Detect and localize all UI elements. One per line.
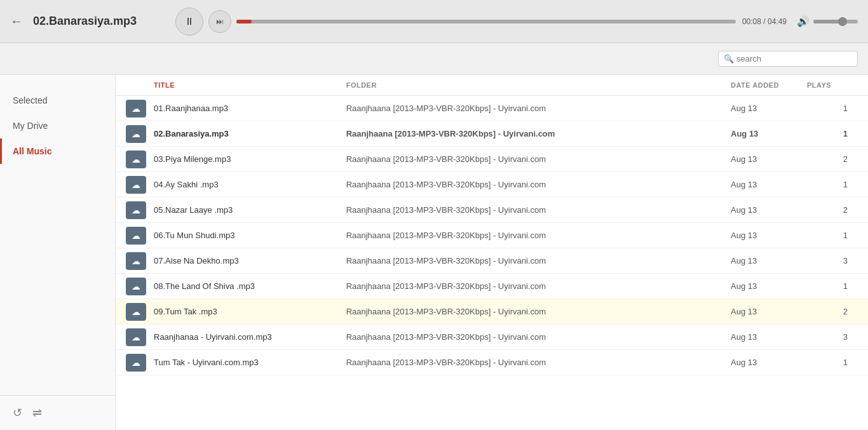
cloud-icon: ☁ <box>132 180 140 190</box>
table-row[interactable]: ☁ Tum Tak - Uyirvani.com.mp3 Raanjhaana … <box>116 350 868 375</box>
track-plays: 1 <box>807 358 858 367</box>
track-name: 05.Nazar Laaye .mp3 <box>154 205 346 215</box>
track-name: 04.Ay Sakhi .mp3 <box>154 180 346 189</box>
volume-knob[interactable] <box>838 17 847 26</box>
track-icon: ☁ <box>126 278 146 295</box>
table-row[interactable]: ☁ 09.Tum Tak .mp3 Raanjhaana [2013-MP3-V… <box>116 299 868 325</box>
back-button[interactable]: ← <box>10 14 23 29</box>
track-icon: ☁ <box>126 303 146 321</box>
sidebar-item-all-music[interactable]: All Music <box>0 138 115 164</box>
track-date: Aug 13 <box>731 332 807 342</box>
track-date: Aug 13 <box>731 129 807 138</box>
track-icon: ☁ <box>126 252 146 270</box>
shuffle-button[interactable]: ⇌ <box>32 406 42 420</box>
skip-button[interactable]: ⏭ <box>208 10 231 33</box>
pause-button[interactable]: ⏸ <box>175 8 203 36</box>
track-folder: Raanjhaana [2013-MP3-VBR-320Kbps] - Uyir… <box>346 180 731 189</box>
track-folder: Raanjhaana [2013-MP3-VBR-320Kbps] - Uyir… <box>346 154 731 164</box>
search-bar: 🔍 <box>0 43 868 75</box>
search-input-wrap: 🔍 <box>718 51 858 67</box>
track-name: 03.Piya Milenge.mp3 <box>154 154 346 164</box>
track-plays: 3 <box>807 256 858 265</box>
track-folder: Raanjhaana [2013-MP3-VBR-320Kbps] - Uyir… <box>346 104 731 113</box>
table-row[interactable]: ☁ 07.Aise Na Dekho.mp3 Raanjhaana [2013-… <box>116 248 868 274</box>
volume-section: 🔊 <box>797 15 858 27</box>
table-row[interactable]: ☁ 01.Raanjhanaa.mp3 Raanjhaana [2013-MP3… <box>116 96 868 121</box>
col-title: TITLE <box>154 81 346 89</box>
track-plays: 1 <box>807 129 858 138</box>
track-plays: 2 <box>807 205 858 215</box>
col-date: DATE ADDED <box>731 81 807 89</box>
track-folder: Raanjhaana [2013-MP3-VBR-320Kbps] - Uyir… <box>346 332 731 342</box>
progress-bar[interactable] <box>236 20 736 24</box>
col-folder: FOLDER <box>346 81 731 89</box>
track-name: 06.Tu Mun Shudi.mp3 <box>154 231 346 240</box>
playback-controls: ⏸ ⏭ <box>175 8 231 36</box>
track-name: 09.Tum Tak .mp3 <box>154 307 346 316</box>
track-icon: ☁ <box>126 100 146 118</box>
track-plays: 1 <box>807 281 858 291</box>
track-folder: Raanjhaana [2013-MP3-VBR-320Kbps] - Uyir… <box>346 307 731 316</box>
table-row[interactable]: ☁ 04.Ay Sakhi .mp3 Raanjhaana [2013-MP3-… <box>116 172 868 198</box>
track-date: Aug 13 <box>731 205 807 215</box>
track-icon: ☁ <box>126 125 146 143</box>
table-header: TITLE FOLDER DATE ADDED PLAYS <box>116 75 868 96</box>
track-icon: ☁ <box>126 201 146 219</box>
track-icon: ☁ <box>126 176 146 194</box>
track-date: Aug 13 <box>731 281 807 291</box>
track-name: 02.Banarasiya.mp3 <box>154 129 346 138</box>
track-date: Aug 13 <box>731 154 807 164</box>
top-bar: ← 02.Banarasiya.mp3 ⏸ ⏭ 00:08 / 04:49 🔊 <box>0 0 868 43</box>
track-folder: Raanjhaana [2013-MP3-VBR-320Kbps] - Uyir… <box>346 256 731 265</box>
track-name: 01.Raanjhanaa.mp3 <box>154 104 346 113</box>
repeat-button[interactable]: ↺ <box>13 406 22 420</box>
track-folder: Raanjhaana [2013-MP3-VBR-320Kbps] - Uyir… <box>346 129 731 138</box>
track-plays: 1 <box>807 180 858 189</box>
table-row[interactable]: ☁ 03.Piya Milenge.mp3 Raanjhaana [2013-M… <box>116 147 868 172</box>
track-icon: ☁ <box>126 328 146 346</box>
track-name: Tum Tak - Uyirvani.com.mp3 <box>154 358 346 367</box>
table-row[interactable]: ☁ 08.The Land Of Shiva .mp3 Raanjhaana [… <box>116 274 868 299</box>
track-date: Aug 13 <box>731 307 807 316</box>
track-name: 08.The Land Of Shiva .mp3 <box>154 281 346 291</box>
current-track-title: 02.Banarasiya.mp3 <box>33 15 160 28</box>
track-folder: Raanjhaana [2013-MP3-VBR-320Kbps] - Uyir… <box>346 231 731 240</box>
track-plays: 2 <box>807 154 858 164</box>
track-name: Raanjhanaa - Uyirvani.com.mp3 <box>154 332 346 342</box>
track-date: Aug 13 <box>731 358 807 367</box>
progress-fill <box>236 20 252 24</box>
track-date: Aug 13 <box>731 231 807 240</box>
track-date: Aug 13 <box>731 104 807 113</box>
table-row[interactable]: ☁ Raanjhanaa - Uyirvani.com.mp3 Raanjhaa… <box>116 325 868 350</box>
track-icon: ☁ <box>126 151 146 168</box>
cloud-icon: ☁ <box>132 281 140 292</box>
col-plays: PLAYS <box>807 81 858 89</box>
track-folder: Raanjhaana [2013-MP3-VBR-320Kbps] - Uyir… <box>346 281 731 291</box>
track-plays: 1 <box>807 104 858 113</box>
table-row[interactable]: ☁ 06.Tu Mun Shudi.mp3 Raanjhaana [2013-M… <box>116 223 868 248</box>
track-folder: Raanjhaana [2013-MP3-VBR-320Kbps] - Uyir… <box>346 358 731 367</box>
cloud-icon: ☁ <box>132 129 140 139</box>
search-icon: 🔍 <box>724 54 734 64</box>
sidebar-bottom: ↺ ⇌ <box>0 395 115 430</box>
cloud-icon: ☁ <box>132 154 140 165</box>
cloud-icon: ☁ <box>132 231 140 241</box>
volume-bar[interactable] <box>813 20 858 24</box>
cloud-icon: ☁ <box>132 256 140 266</box>
track-folder: Raanjhaana [2013-MP3-VBR-320Kbps] - Uyir… <box>346 205 731 215</box>
track-list: ☁ 01.Raanjhanaa.mp3 Raanjhaana [2013-MP3… <box>116 96 868 375</box>
track-date: Aug 13 <box>731 180 807 189</box>
sidebar-item-selected[interactable]: Selected <box>0 88 115 113</box>
search-input[interactable] <box>736 54 852 64</box>
cloud-icon: ☁ <box>132 104 140 114</box>
volume-icon: 🔊 <box>797 15 810 27</box>
content-area: TITLE FOLDER DATE ADDED PLAYS ☁ 01.Raanj… <box>116 75 868 430</box>
track-icon: ☁ <box>126 227 146 245</box>
table-row[interactable]: ☁ 05.Nazar Laaye .mp3 Raanjhaana [2013-M… <box>116 198 868 223</box>
cloud-icon: ☁ <box>132 358 140 368</box>
track-name: 07.Aise Na Dekho.mp3 <box>154 256 346 265</box>
track-icon: ☁ <box>126 354 146 372</box>
cloud-icon: ☁ <box>132 332 140 342</box>
table-row[interactable]: ☁ 02.Banarasiya.mp3 Raanjhaana [2013-MP3… <box>116 121 868 147</box>
sidebar-item-my-drive[interactable]: My Drive <box>0 113 115 138</box>
